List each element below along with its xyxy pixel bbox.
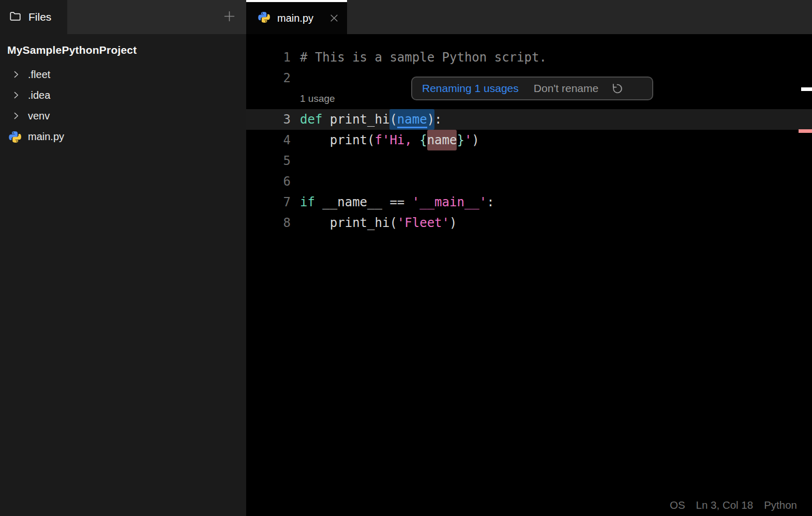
code-token: ) (449, 216, 457, 230)
code-token: __name__ (315, 195, 390, 209)
code-text: print(f'Hi, {name}') (291, 130, 479, 150)
code-line[interactable]: 8 print_hi('Fleet') (246, 213, 812, 233)
usage-hint[interactable]: 1 usage (291, 88, 335, 109)
files-panel-title: Files (28, 11, 51, 23)
line-number: 6 (246, 171, 291, 192)
code-token: if (300, 195, 315, 209)
code-line[interactable]: 4 print(f'Hi, {name}') (246, 130, 812, 150)
revert-icon (611, 83, 623, 95)
tree-item-mainpy[interactable]: main.py (0, 126, 246, 147)
tree-item-idea[interactable]: .idea (0, 85, 246, 105)
tab-mainpy[interactable]: main.py (246, 0, 347, 34)
overview-ruler-caret-mark[interactable] (801, 87, 812, 91)
code-token: : (434, 112, 442, 127)
code-token: # This is a sample Python script. (300, 50, 547, 65)
line-number: 3 (246, 109, 291, 130)
code-token: name (427, 133, 457, 147)
rename-popup: Renaming 1 usages Don't rename (411, 77, 653, 100)
folder-icon (9, 10, 22, 25)
file-tree-items: .fleet .idea venv (0, 64, 246, 147)
code-text (291, 171, 300, 192)
code-token: print( (300, 133, 375, 147)
tab-bar: main.py (246, 0, 812, 34)
file-tree: MySamplePythonProject .fleet .idea (0, 34, 246, 147)
line-number: 7 (246, 192, 291, 213)
plus-icon (222, 9, 236, 25)
line-number: 8 (246, 213, 291, 233)
code-line[interactable]: 1# This is a sample Python script. (246, 47, 812, 68)
code-token: ) (427, 112, 434, 127)
code-text: def print_hi(name): (291, 109, 442, 130)
rename-target-highlight: (name) (389, 109, 434, 130)
code-token: ) (472, 133, 479, 147)
line-number: 2 (246, 68, 291, 88)
project-name: MySamplePythonProject (7, 44, 137, 56)
code-token: ' (464, 133, 472, 147)
code-token: } (457, 133, 464, 147)
revert-button[interactable] (611, 82, 623, 95)
code-line[interactable]: 3def print_hi(name): (246, 109, 812, 130)
explorer-header: Files (0, 0, 246, 34)
code-text (291, 150, 300, 171)
code-text: # This is a sample Python script. (291, 47, 547, 68)
status-caret-position[interactable]: Ln 3, Col 18 (696, 499, 754, 511)
project-root-row[interactable]: MySamplePythonProject (0, 40, 246, 60)
code-token: ( (389, 112, 397, 127)
line-number (246, 88, 291, 109)
code-token: f (375, 133, 382, 147)
files-panel-tab[interactable]: Files (0, 0, 67, 34)
code-token: 'Fleet' (397, 216, 449, 230)
status-language[interactable]: Python (764, 499, 797, 511)
line-number: 4 (246, 130, 291, 150)
fleet-ide-window: Files MySamplePythonProject .fl (0, 0, 812, 516)
code-token: '__main__' (412, 195, 487, 209)
code-text: if __name__ == '__main__': (291, 192, 494, 213)
tree-item-label: .fleet (28, 69, 50, 81)
tree-item-label: venv (28, 110, 50, 122)
usage-highlight: name (427, 130, 457, 150)
code-token: == (389, 195, 412, 209)
chevron-right-icon[interactable] (11, 90, 21, 100)
add-file-button[interactable] (217, 0, 241, 34)
code-token: def (300, 112, 322, 127)
code-token: 'Hi, (382, 133, 419, 147)
code-line[interactable]: 5 (246, 150, 812, 171)
code-line[interactable]: 6 (246, 171, 812, 192)
chevron-right-icon[interactable] (11, 69, 21, 80)
editor-pane: main.py 1# This is a sample Python scrip… (246, 0, 812, 516)
status-os[interactable]: OS (670, 499, 685, 511)
code-token: : (487, 195, 494, 209)
dont-rename-button[interactable]: Don't rename (534, 82, 598, 95)
tab-label: main.py (277, 12, 313, 24)
tree-item-label: .idea (28, 89, 50, 101)
status-bar: OS Ln 3, Col 18 Python (670, 499, 797, 511)
renaming-usages-button[interactable]: Renaming 1 usages (422, 82, 519, 95)
close-icon[interactable] (328, 12, 340, 24)
line-number: 1 (246, 47, 291, 68)
line-number: 5 (246, 150, 291, 171)
code-text: print_hi('Fleet') (291, 213, 457, 233)
overview-ruler-change-mark[interactable] (799, 129, 812, 133)
tree-item-label: main.py (28, 131, 64, 143)
file-explorer-panel: Files MySamplePythonProject .fl (0, 0, 246, 516)
code-area[interactable]: 1# This is a sample Python script.21 usa… (246, 47, 812, 233)
tree-item-fleet[interactable]: .fleet (0, 64, 246, 85)
code-token: name (397, 112, 427, 128)
code-line[interactable]: 7if __name__ == '__main__': (246, 192, 812, 213)
code-token: { (419, 133, 427, 147)
tree-item-venv[interactable]: venv (0, 105, 246, 126)
code-token: print_hi( (300, 216, 397, 230)
python-icon (8, 130, 21, 143)
code-token: print_hi (322, 112, 389, 127)
chevron-right-icon[interactable] (11, 111, 21, 121)
python-icon (258, 11, 270, 25)
code-text (291, 68, 300, 88)
